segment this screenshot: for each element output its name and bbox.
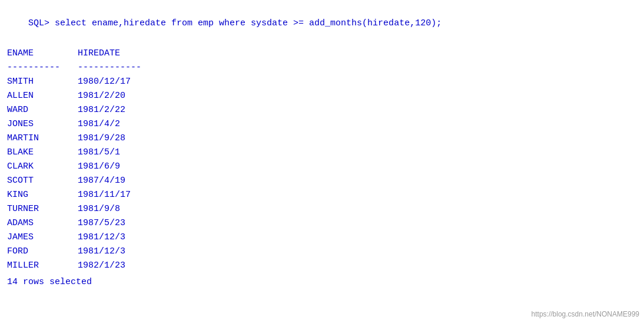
table-row: CLARK1981/6/9 [7, 160, 637, 174]
watermark: https://blog.csdn.net/NONAME999 [532, 310, 639, 318]
hiredate-cell: 1982/1/23 [78, 259, 166, 273]
sql-command-line: SQL> select ename,hiredate from emp wher… [7, 5, 637, 42]
table-row: BLAKE1981/5/1 [7, 146, 637, 160]
table-row: JAMES1981/12/3 [7, 230, 637, 245]
ename-cell: TURNER [7, 202, 78, 216]
ename-cell: BLAKE [7, 146, 78, 160]
table-row: SMITH1980/12/17 [7, 75, 637, 89]
sql-prompt-text: SQL> [28, 18, 55, 28]
ename-separator: ---------- [7, 61, 78, 75]
ename-cell: ADAMS [7, 216, 78, 230]
table-row: MARTIN1981/9/28 [7, 131, 637, 146]
hiredate-cell: 1981/2/22 [78, 103, 166, 117]
hiredate-cell: 1981/12/3 [78, 230, 166, 245]
ename-cell: WARD [7, 103, 78, 117]
hiredate-cell: 1981/9/8 [78, 202, 166, 216]
table-row: TURNER1981/9/8 [7, 202, 637, 216]
table-row: MILLER1982/1/23 [7, 259, 637, 273]
table-row: ALLEN1981/2/20 [7, 89, 637, 103]
hiredate-header: HIREDATE [78, 47, 166, 61]
data-rows-container: SMITH1980/12/17ALLEN1981/2/20WARD1981/2/… [7, 75, 637, 273]
hiredate-cell: 1981/5/1 [78, 146, 166, 160]
hiredate-cell: 1981/2/20 [78, 89, 166, 103]
hiredate-cell: 1981/9/28 [78, 131, 166, 146]
table-row: ADAMS1987/5/23 [7, 216, 637, 230]
ename-cell: SMITH [7, 75, 78, 89]
ename-cell: MARTIN [7, 131, 78, 146]
table-row: KING1981/11/17 [7, 188, 637, 202]
ename-cell: CLARK [7, 160, 78, 174]
table-row: JONES1981/4/2 [7, 117, 637, 131]
hiredate-cell: 1981/4/2 [78, 117, 166, 131]
table-row: FORD1981/12/3 [7, 245, 637, 259]
hiredate-cell: 1981/6/9 [78, 160, 166, 174]
table-row: SCOTT1987/4/19 [7, 174, 637, 188]
ename-header: ENAME [7, 47, 78, 61]
column-separators: ---------- ------------ [7, 61, 637, 75]
hiredate-separator: ------------ [78, 61, 166, 75]
hiredate-cell: 1981/11/17 [78, 188, 166, 202]
sql-terminal: SQL> select ename,hiredate from emp wher… [7, 5, 637, 289]
ename-cell: JAMES [7, 230, 78, 245]
hiredate-cell: 1980/12/17 [78, 75, 166, 89]
hiredate-cell: 1987/4/19 [78, 174, 166, 188]
sql-query-text: select ename,hiredate from emp where sys… [55, 18, 441, 28]
hiredate-cell: 1987/5/23 [78, 216, 166, 230]
hiredate-cell: 1981/12/3 [78, 245, 166, 259]
ename-cell: SCOTT [7, 174, 78, 188]
footer-text: 14 rows selected [7, 275, 637, 289]
ename-cell: JONES [7, 117, 78, 131]
column-headers: ENAME HIREDATE [7, 47, 637, 61]
results-table: ENAME HIREDATE ---------- ------------ S… [7, 47, 637, 289]
ename-cell: MILLER [7, 259, 78, 273]
ename-cell: ALLEN [7, 89, 78, 103]
ename-cell: FORD [7, 245, 78, 259]
table-row: WARD1981/2/22 [7, 103, 637, 117]
ename-cell: KING [7, 188, 78, 202]
